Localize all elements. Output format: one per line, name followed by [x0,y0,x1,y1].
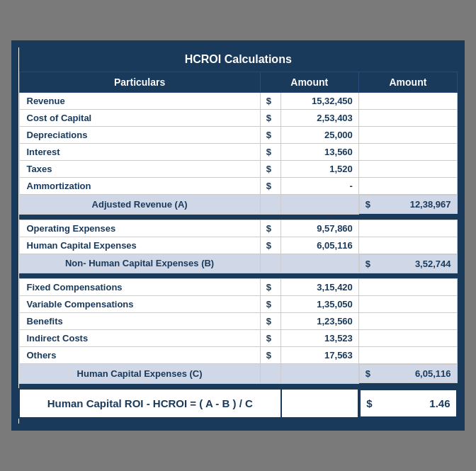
label-operating-expenses: Operating Expenses [19,220,260,237]
header-amount1: Amount [260,72,358,93]
value-benefits: 1,23,560 [281,313,359,330]
label-revenue: Revenue [19,93,260,110]
currency-final: $ [366,397,372,409]
row-revenue: Revenue $ 15,32,450 [19,93,458,110]
empty-revenue [358,93,457,110]
value-depreciations: 25,000 [281,127,359,144]
value-human-capital-expenses-input: 6,05,116 [281,237,359,254]
currency-cost-of-capital: $ [260,110,280,127]
empty-depreciations [358,127,457,144]
row-indirect-costs: Indirect Costs $ 13,523 [19,330,458,347]
row-cost-of-capital: Cost of Capital $ 2,53,403 [19,110,458,127]
label-depreciations: Depreciations [19,127,260,144]
value-fixed-compensations: 3,15,420 [281,279,359,296]
currency-ammortization: $ [260,178,280,195]
empty-adjusted-2 [281,195,359,215]
label-adjusted-revenue: Adjusted Revenue (A) [19,195,260,215]
label-non-human-capital-expenses: Non- Human Capital Expenses (B) [19,254,260,273]
currency-interest: $ [260,144,280,161]
currency-revenue: $ [260,93,280,110]
label-others: Others [19,347,260,364]
label-human-capital-expenses-subtotal: Human Capital Expenses (C) [19,364,260,384]
currency-benefits: $ [260,313,280,330]
empty-hce-2 [281,364,359,384]
header-particulars: Particulars [19,72,260,93]
currency-fixed-compensations: $ [260,279,280,296]
empty-human-capital-expenses-input [358,237,457,254]
value-cost-of-capital: 2,53,403 [281,110,359,127]
value-indirect-costs: 13,523 [281,330,359,347]
value-interest: 13,560 [281,144,359,161]
currency-non-human: $ [366,259,370,269]
label-cost-of-capital: Cost of Capital [19,110,260,127]
currency-hce: $ [366,368,370,379]
row-variable-compensations: Variable Compensations $ 1,35,050 [19,296,458,313]
currency-taxes: $ [260,161,280,178]
empty-taxes [358,161,457,178]
row-operating-expenses: Operating Expenses $ 9,57,860 [19,220,458,237]
row-others: Others $ 17,563 [19,347,458,364]
spacer-cell-2 [19,273,458,279]
currency-others: $ [260,347,280,364]
header-row: Particulars Amount Amount [19,72,458,93]
empty-variable-compensations [358,296,457,313]
row-non-human-capital-expenses: Non- Human Capital Expenses (B) $ 3,52,7… [19,254,458,273]
empty-interest [358,144,457,161]
header-amount2: Amount [358,72,457,93]
empty-fixed-compensations [358,279,457,296]
label-benefits: Benefits [19,313,260,330]
row-human-capital-expenses-subtotal: Human Capital Expenses (C) $ 6,05,116 [19,364,458,384]
table-wrapper: HCROI Calculations Particulars Amount Am… [11,40,465,431]
currency-human-capital-expenses-input: $ [260,237,280,254]
label-hcroi-final: Human Capital ROI - HCROI = ( A - B ) / … [19,389,281,418]
empty-nhce-2 [281,254,359,273]
row-ammortization: Ammortization $ - [19,178,458,195]
table-title: HCROI Calculations [19,47,458,72]
spacer-3 [19,383,458,389]
empty-cost-of-capital [358,110,457,127]
value-variable-compensations: 1,35,050 [281,296,359,313]
value-revenue: 15,32,450 [281,93,359,110]
value-taxes: 1,520 [281,161,359,178]
spacer-1 [19,214,458,220]
empty-others [358,347,457,364]
spacer-cell-3 [19,383,458,389]
empty-benefits [358,313,457,330]
value-operating-expenses: 9,57,860 [281,220,359,237]
value-adjusted-revenue: 12,38,967 [373,199,450,210]
row-benefits: Benefits $ 1,23,560 [19,313,458,330]
value-non-human: 3,52,744 [373,259,450,269]
spacer-2 [19,273,458,279]
empty-ammortization [358,178,457,195]
label-interest: Interest [19,144,260,161]
spacer-cell-4 [19,418,458,424]
row-human-capital-expenses-input: Human Capital Expenses $ 6,05,116 [19,237,458,254]
row-hcroi-final: Human Capital ROI - HCROI = ( A - B ) / … [19,389,458,418]
row-fixed-compensations: Fixed Compensations $ 3,15,420 [19,279,458,296]
label-indirect-costs: Indirect Costs [19,330,260,347]
label-human-capital-expenses-input: Human Capital Expenses [19,237,260,254]
label-fixed-compensations: Fixed Compensations [19,279,260,296]
currency-indirect-costs: $ [260,330,280,347]
currency-adjusted-revenue: $ [366,199,370,210]
empty-indirect-costs [358,330,457,347]
value-others: 17,563 [281,347,359,364]
spacer-4 [19,418,458,424]
row-interest: Interest $ 13,560 [19,144,458,161]
spacer-cell-1 [19,214,458,220]
label-variable-compensations: Variable Compensations [19,296,260,313]
empty-nhce-1 [260,254,280,273]
currency-variable-compensations: $ [260,296,280,313]
label-taxes: Taxes [19,161,260,178]
row-depreciations: Depreciations $ 25,000 [19,127,458,144]
value-final: 1.46 [375,397,450,409]
empty-adjusted-1 [260,195,280,215]
empty-operating-expenses [358,220,457,237]
title-row: HCROI Calculations [19,47,458,72]
value-ammortization: - [281,178,359,195]
hcroi-table: HCROI Calculations Particulars Amount Am… [18,47,458,424]
empty-hce-1 [260,364,280,384]
empty-final [281,389,359,418]
label-ammortization: Ammortization [19,178,260,195]
currency-operating-expenses: $ [260,220,280,237]
